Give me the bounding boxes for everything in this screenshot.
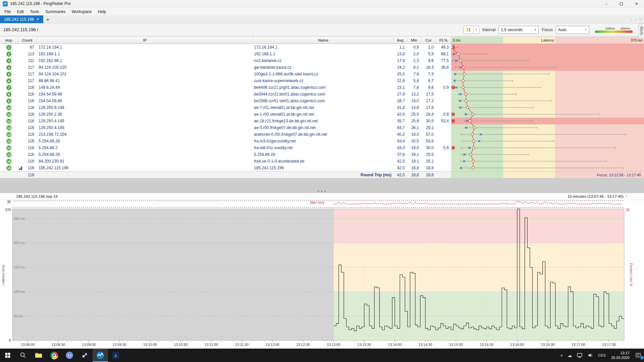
clock[interactable]: 13:17 26.03.2020	[608, 351, 633, 360]
checkmark-icon: ✓	[36, 17, 39, 21]
graph-range-select[interactable]: 10 minutes (13:07:45 - 13:17:45) ˅	[568, 194, 627, 198]
svg-text:13:09:00: 13:09:00	[82, 343, 96, 347]
action-center-icon[interactable]: 2	[633, 349, 644, 362]
table-row[interactable]: 14 116 213.198.72.154 andronet-0.r00.frn…	[0, 131, 644, 138]
col-name[interactable]: Name	[253, 37, 393, 44]
svg-text:13:08:00: 13:08:00	[21, 343, 35, 347]
menu-summaries[interactable]: Summaries	[42, 8, 69, 15]
svg-text:100 ms: 100 ms	[14, 290, 25, 294]
col-hop[interactable]: Hop	[0, 37, 18, 44]
menu-workspace[interactable]: Workspace	[69, 8, 95, 15]
maximize-button[interactable]	[614, 0, 629, 7]
hop-pl	[436, 151, 451, 158]
latency-timeline-plot[interactable]: 250 ms200 ms150 ms100 ms50 ms13:08:0013:…	[0, 200, 644, 349]
col-avg[interactable]: Avg	[393, 37, 407, 44]
hop-pl: 53,4	[436, 118, 451, 124]
table-row[interactable]: 9 116 154.54.59.86 be2988.ccr51.vie01.at…	[0, 98, 644, 104]
hop-avg: 13,8	[393, 51, 407, 57]
col-pl[interactable]: PL%	[436, 37, 451, 44]
hop-name: fra-in3-01gw.voxility.net	[253, 138, 393, 144]
volume-icon[interactable]	[585, 349, 596, 362]
pause-dropdown-button[interactable]: ▼	[474, 26, 479, 34]
interval-select[interactable]: 2,5 seconds ▼	[498, 26, 539, 34]
hop-avg: 24,2	[393, 64, 407, 71]
hop-number-badge: 17	[6, 152, 11, 157]
menu-help[interactable]: Help	[95, 8, 109, 15]
pinned-app-icon[interactable]	[108, 349, 123, 362]
clock-date: 26.03.2020	[611, 355, 630, 360]
network-icon[interactable]	[574, 349, 585, 362]
hop-avg: 35,7	[393, 118, 407, 124]
table-row[interactable]: 4 117 94.124.105.225 gw-bartanet.kaora.c…	[0, 64, 644, 71]
chrome-icon[interactable]	[46, 349, 62, 362]
table-row[interactable]: 12 116 129.250.4.145 ae-18.r21.frnkge13.…	[0, 118, 644, 124]
minimize-button[interactable]: –	[599, 0, 614, 7]
file-explorer-icon[interactable]	[31, 349, 46, 362]
hop-ip: 94.124.105.225	[37, 64, 253, 71]
windows-logo-icon	[5, 352, 11, 358]
panel-splitter[interactable]: ● ● ●	[0, 178, 644, 193]
col-count[interactable]: Count	[18, 37, 37, 44]
hop-number-badge: 12	[6, 119, 11, 124]
search-button[interactable]	[15, 349, 31, 362]
table-row[interactable]: 3 111 192.162.96.1 ns3.bartanet.cz 17,9 …	[0, 57, 644, 64]
svg-text:13:08:30: 13:08:30	[51, 343, 65, 347]
hop-min: 13,2	[407, 91, 421, 98]
menu-tools[interactable]: Tools	[27, 8, 42, 15]
tab-target[interactable]: 185.242.115.196 ✓	[0, 15, 43, 23]
close-button[interactable]: ✕	[629, 0, 644, 7]
table-row[interactable]: 10 116 129.250.9.149 ae-7.r01.vienat01.a…	[0, 104, 644, 111]
table-row[interactable]: 17 116 5.254.86.26 5.254.86.26 37,6 19,1…	[0, 151, 644, 158]
svg-text:200 ms: 200 ms	[14, 241, 25, 245]
latency-scale-max: 370 ms	[631, 38, 642, 42]
start-button[interactable]	[0, 349, 15, 362]
new-tab-button[interactable]: +	[43, 15, 52, 23]
table-row[interactable]: 11 116 129.250.2.36 ae-1.r00.vienat01.at…	[0, 111, 644, 118]
col-min[interactable]: Min	[407, 37, 421, 44]
steam-icon[interactable]	[77, 349, 93, 362]
table-row[interactable]: 19 116 185.242.115.196 185.242.115.196 4…	[0, 165, 644, 171]
hop-latency-cell	[451, 144, 644, 151]
hop-name: cust-kaora-supernetwork.cz	[253, 77, 393, 84]
col-cur[interactable]: Cur	[421, 37, 436, 44]
table-row[interactable]: 1 67 172.16.194.1 172.16.194.1 1,1 0,9 1…	[0, 44, 644, 51]
language-indicator[interactable]: CES	[596, 349, 608, 362]
table-row[interactable]: 7 116 149.6.24.49 be4406.ccr21.prg01.atl…	[0, 84, 644, 91]
svg-text:30: 30	[626, 208, 630, 212]
chevron-down-icon: ▼	[475, 28, 477, 31]
hop-min: 2,3	[407, 57, 421, 64]
menu-file[interactable]: File	[1, 8, 14, 15]
hop-pl	[436, 77, 451, 84]
menu-edit[interactable]: Edit	[14, 8, 27, 15]
table-row[interactable]: 2 113 192.168.1.1 192.168.1.1 13,8 2,0 5…	[0, 51, 644, 57]
tab-scroll-right-icon[interactable]: ›	[635, 17, 636, 21]
hop-name: be4406.ccr21.prg01.atlas.cogentco.com	[253, 84, 393, 91]
table-row[interactable]: 18 116 84.200.230.81 fra4.xe-0-1-0.accel…	[0, 158, 644, 165]
hop-number-badge: 1	[6, 45, 11, 50]
table-row[interactable]: 5 117 94.124.104.101 100ge3-1-1-666.asr9…	[0, 71, 644, 77]
hop-name: 185.242.115.196	[253, 165, 393, 171]
onedrive-icon[interactable]: ☁	[565, 349, 574, 362]
tray-expand-icon[interactable]: ∧	[558, 349, 565, 362]
tab-scroll-left-icon[interactable]: ‹	[631, 17, 632, 21]
pause-button[interactable]	[464, 26, 474, 34]
tab-list-icon[interactable]: ˅	[639, 17, 641, 21]
table-row[interactable]: 8 116 154.54.59.98 be3044.ccr21.bts01.at…	[0, 91, 644, 98]
discord-icon[interactable]	[62, 349, 77, 362]
hop-cur: 28,4	[421, 111, 436, 118]
table-row[interactable]: 15 116 5.254.88.26 fra-in3-01gw.voxility…	[0, 138, 644, 144]
hop-pl: 49,3	[436, 44, 451, 51]
table-row[interactable]: 13 116 129.250.4.185 ae-5.r00.frnkge07.d…	[0, 124, 644, 131]
col-latency[interactable]: 0 ms Latency 370 ms	[451, 37, 644, 44]
splitter-handle-icon[interactable]: ● ● ●	[318, 190, 327, 193]
alerts-side-tab[interactable]: Alerts	[638, 23, 644, 38]
hop-pl	[436, 131, 451, 138]
focus-select[interactable]: Auto ▼	[556, 26, 589, 34]
hop-pl	[436, 98, 451, 104]
col-ip[interactable]: IP	[37, 37, 253, 44]
pingplotter-taskbar-icon[interactable]	[93, 349, 108, 362]
table-row[interactable]: 16 116 5.254.88.2 fra-in8-01c.voxility.n…	[0, 144, 644, 151]
hop-ip: 213.198.72.154	[37, 131, 253, 138]
hop-ip: 129.250.2.36	[37, 111, 253, 118]
table-row[interactable]: 6 117 88.86.98.41 cust-kaora-supernetwor…	[0, 77, 644, 84]
